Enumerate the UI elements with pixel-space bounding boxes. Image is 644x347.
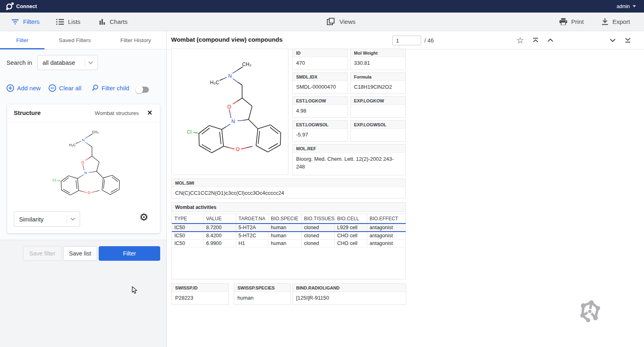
database-select[interactable]: all database	[37, 55, 98, 70]
lists-label: Lists	[68, 18, 80, 25]
cell: 8.7200	[203, 224, 236, 232]
close-icon[interactable]: ✕	[147, 109, 153, 117]
chevron-down-icon	[633, 5, 636, 7]
field-label: ID	[293, 49, 347, 57]
structure-card-title: Structure	[14, 109, 41, 116]
toolbar: Filters Lists Charts Views	[0, 13, 644, 31]
bar-chart-icon	[99, 19, 106, 25]
field-swissp-species: SWISSP.SPECIES human	[234, 283, 291, 305]
charts-nav-button[interactable]: Charts	[99, 13, 127, 31]
gear-icon[interactable]: ⚙	[140, 212, 148, 222]
cell: antagonist	[367, 240, 405, 247]
page-number-input[interactable]	[392, 36, 421, 45]
field-value: P28223	[172, 292, 229, 304]
mouse-cursor	[132, 286, 138, 294]
tab-filter[interactable]: Filter	[0, 31, 44, 49]
user-menu[interactable]: admin	[616, 0, 636, 13]
filter-child-label: Filter child	[102, 85, 129, 92]
column-header[interactable]: BIO.CELL	[335, 214, 367, 224]
field-value: CN(C)CC1CC2N(O1)c3cc(Cl)ccc3Oc4ccccc24	[172, 187, 405, 199]
app-title: Connect	[16, 4, 37, 9]
toggle-knob	[136, 86, 143, 94]
views-icon	[327, 18, 335, 26]
cell: cloned	[301, 224, 335, 232]
structure-editor-canvas[interactable]	[23, 124, 144, 208]
field-value: Bioorg. Med. Chem. Lett. 12(2)-2002 243-…	[293, 153, 405, 174]
first-record-icon[interactable]	[531, 36, 540, 45]
compound-view-panel: Wombat (compound view) compounds ☆ / 46	[167, 31, 644, 347]
field-exp-logwsol: EXP.LOGWSOL	[350, 120, 406, 142]
field-mol-weight: Mol Weight 330.81	[350, 49, 406, 70]
database-select-value: all database	[38, 59, 85, 66]
field-swissp-id: SWISSP.ID P28223	[172, 283, 229, 305]
save-list-button[interactable]: Save list	[63, 246, 97, 261]
tab-filter-history[interactable]: Filter History	[105, 31, 166, 49]
cell: 6.9900	[203, 240, 236, 247]
charts-label: Charts	[110, 18, 127, 25]
column-header[interactable]: TYPE	[172, 214, 203, 224]
cell: CHO cell	[335, 240, 367, 247]
field-est-logkow: EST.LOGKOW 4.98	[292, 96, 348, 118]
export-download-icon	[602, 18, 608, 25]
field-value: -5.97	[293, 129, 347, 141]
activities-title: Wombat activities	[172, 203, 405, 212]
column-header[interactable]: BIO.EFFECT	[367, 214, 405, 224]
record-count: / 46	[424, 37, 434, 44]
previous-record-icon[interactable]	[546, 36, 555, 45]
field-label: MOL.SMI	[172, 179, 405, 187]
field-value: 4.98	[293, 105, 347, 117]
table-row-selected[interactable]: IC50 8.7200 5-HT2A human cloned L929 cel…	[172, 224, 405, 232]
compound-view-header: Wombat (compound view) compounds ☆ / 46	[167, 31, 644, 49]
field-value: [125I]R-91150	[293, 292, 406, 304]
next-record-icon[interactable]	[608, 36, 617, 45]
export-button[interactable]: Export	[602, 13, 630, 31]
clear-all-button[interactable]: Clear all	[49, 84, 81, 92]
field-label: MOL.REF	[293, 145, 405, 153]
cell: cloned	[301, 240, 335, 247]
views-label: Views	[339, 18, 356, 25]
table-header-row: TYPE VALUE TARGET.NA BIO.SPECIE BIO.TISS…	[172, 214, 405, 224]
filter-child-toggle[interactable]	[136, 87, 149, 93]
app-window: Connect admin Filters Lists Charts	[0, 0, 644, 347]
last-record-icon[interactable]	[623, 36, 632, 45]
tab-saved-filters[interactable]: Saved Filters	[44, 31, 105, 49]
table-row[interactable]: IC50 8.4200 5-HT2C human cloned CHO cell…	[172, 232, 405, 240]
cell: antagonist	[367, 224, 405, 232]
field-value: 470	[293, 57, 347, 69]
lists-nav-button[interactable]: Lists	[56, 13, 80, 31]
filter-button[interactable]: Filter	[99, 246, 160, 261]
cell: human	[268, 224, 301, 232]
print-button[interactable]: Print	[559, 13, 584, 31]
filter-child-search-icon	[91, 84, 99, 92]
print-icon	[559, 18, 567, 25]
field-label: SWISSP.ID	[172, 284, 229, 292]
field-smdl-idx: SMDL.IDX SMDL-00000470	[292, 72, 348, 94]
chevron-down-icon	[70, 216, 75, 220]
field-value: SMDL-00000470	[293, 81, 347, 93]
field-value: human	[234, 292, 290, 304]
field-label: BIND.RADIOLIGAND	[293, 284, 406, 292]
views-button[interactable]: Views	[327, 13, 356, 31]
filters-nav-button[interactable]: Filters	[11, 13, 40, 31]
filter-child-button[interactable]: Filter child	[91, 84, 129, 92]
column-header[interactable]: BIO.TISSUES	[301, 214, 335, 224]
table-row[interactable]: IC50 6.9900 H1 human cloned CHO cell ant…	[172, 240, 405, 247]
similarity-select[interactable]: Similarity	[14, 211, 80, 227]
field-est-logwsol: EST.LOGWSOL -5.97	[292, 120, 348, 142]
column-header[interactable]: BIO.SPECIE	[268, 214, 301, 224]
field-exp-logkow: EXP.LOGKOW	[350, 96, 406, 118]
field-value	[351, 129, 405, 134]
cell: IC50	[172, 224, 203, 232]
save-filter-button[interactable]: Save filter	[23, 246, 61, 261]
list-icon	[56, 19, 64, 25]
favorite-star-icon[interactable]: ☆	[516, 36, 525, 45]
column-header[interactable]: TARGET.NA	[236, 214, 268, 224]
select-divider	[67, 215, 67, 223]
field-label: EXP.LOGWSOL	[351, 121, 405, 129]
cell: CHO cell	[335, 232, 367, 240]
field-label: Formula	[351, 73, 405, 81]
field-mol-smi: MOL.SMI CN(C)CC1CC2N(O1)c3cc(Cl)ccc3Oc4c…	[172, 179, 406, 198]
add-new-button[interactable]: Add new	[6, 84, 40, 92]
column-header[interactable]: VALUE	[203, 214, 236, 224]
wombat-activities-table: Wombat activities TYPE VALUE TARGET.NA B…	[172, 202, 406, 279]
